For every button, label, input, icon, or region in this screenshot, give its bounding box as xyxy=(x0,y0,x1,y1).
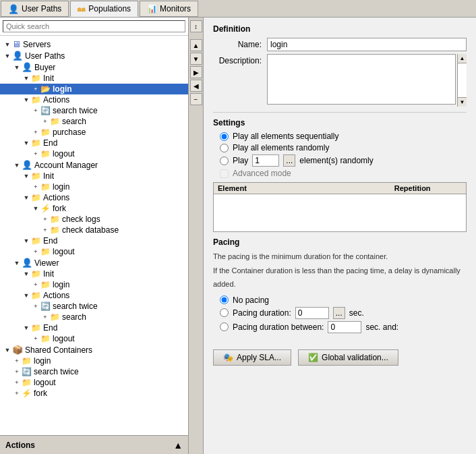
tree-node-acct-logout[interactable]: + 📁 logout xyxy=(0,246,188,257)
tree-node-purchase[interactable]: + 📁 purchase xyxy=(0,127,188,138)
expand-shared-fork[interactable]: + xyxy=(12,389,22,398)
tree-node-acct-init[interactable]: ▼ 📁 Init xyxy=(0,171,188,181)
tree-node-viewer-search[interactable]: + 📁 search xyxy=(0,312,188,322)
tree-node-account-manager[interactable]: ▼ 👤 Account Manager xyxy=(0,159,188,171)
expand-acct-init[interactable]: ▼ xyxy=(22,171,31,181)
tree-node-viewer-end[interactable]: ▼ 📁 End xyxy=(0,322,188,333)
tree-node-viewer-actions[interactable]: ▼ 📁 Actions xyxy=(0,290,188,301)
tab-populations[interactable]: 🏘 Populations xyxy=(70,1,138,17)
expand-viewer-search[interactable]: + xyxy=(40,312,50,322)
search-input[interactable] xyxy=(3,20,185,32)
expand-acct-end[interactable]: ▼ xyxy=(22,236,31,246)
tree-node-servers[interactable]: ▼ 🖥 Servers xyxy=(0,38,188,50)
nav-right-btn[interactable]: ▶ xyxy=(190,66,202,78)
expand-acct-actions[interactable]: ▼ xyxy=(22,193,31,202)
expand-viewer[interactable]: ▼ xyxy=(12,258,22,268)
play-seq-radio[interactable] xyxy=(220,132,229,141)
tree-node-shared-search-twice[interactable]: + 🔄 search twice xyxy=(0,366,188,377)
fork-label: fork xyxy=(53,204,66,213)
expand-viewer-st[interactable]: + xyxy=(31,302,40,311)
tree-node-acct-actions[interactable]: ▼ 📁 Actions xyxy=(0,192,188,203)
name-input[interactable] xyxy=(267,38,467,51)
tab-user-paths[interactable]: 👤 User Paths xyxy=(1,1,69,17)
pacing-dotdot-btn[interactable]: ... xyxy=(333,307,345,319)
global-validation-button[interactable]: ✅ Global validation... xyxy=(298,349,398,366)
tree-node-viewer-init[interactable]: ▼ 📁 Init xyxy=(0,268,188,279)
nav-up-btn[interactable]: ▲ xyxy=(190,39,202,51)
expand-fork[interactable]: ▼ xyxy=(31,204,40,213)
expand-buyer-logout[interactable]: + xyxy=(31,149,40,159)
expand-buyer[interactable]: ▼ xyxy=(12,63,22,72)
tree-node-buyer[interactable]: ▼ 👤 Buyer xyxy=(0,61,188,73)
scroll-down-btn[interactable]: ▼ xyxy=(458,97,467,107)
tree-node-shared-login[interactable]: + 📁 login xyxy=(0,356,188,366)
tree-node-buyer-init[interactable]: ▼ 📁 Init xyxy=(0,73,188,84)
expand-acct-logout[interactable]: + xyxy=(31,247,40,256)
expand-check-database[interactable]: + xyxy=(40,225,50,235)
tree-node-buyer-end[interactable]: ▼ 📁 End xyxy=(0,138,188,148)
expand-shared-logout[interactable]: + xyxy=(12,378,22,387)
tree-node-viewer-logout[interactable]: + 📁 logout xyxy=(0,333,188,344)
tree-node-search-twice[interactable]: + 🔄 search twice xyxy=(0,105,188,116)
expand-acct-login[interactable]: + xyxy=(31,182,40,192)
tree-node-viewer[interactable]: ▼ 👤 Viewer xyxy=(0,257,188,268)
nav-minus-btn[interactable]: − xyxy=(190,93,202,105)
tree-node-check-database[interactable]: + 📁 check database xyxy=(0,225,188,235)
expand-servers[interactable]: ▼ xyxy=(3,40,12,49)
expand-login[interactable]: + xyxy=(31,84,40,94)
expand-buyer-end[interactable]: ▼ xyxy=(22,138,31,148)
expand-viewer-actions[interactable]: ▼ xyxy=(22,291,31,300)
purchase-icon: 📁 xyxy=(40,127,51,137)
tree-node-shared-fork[interactable]: + ⚡ fork xyxy=(0,388,188,399)
buyer-end-icon: 📁 xyxy=(31,138,41,148)
tree-node-buyer-actions[interactable]: ▼ 📁 Actions xyxy=(0,94,188,105)
nav-left-btn[interactable]: ◀ xyxy=(190,80,202,92)
pacing-between-radio[interactable] xyxy=(220,322,229,331)
desc-textarea[interactable] xyxy=(267,54,456,105)
tree-node-login[interactable]: + 📂 login xyxy=(0,84,188,94)
expand-shared[interactable]: ▼ xyxy=(3,345,12,355)
expand-account-manager[interactable]: ▼ xyxy=(12,161,22,170)
play-rand-radio[interactable] xyxy=(220,144,229,152)
expand-search[interactable]: + xyxy=(40,117,50,126)
expand-viewer-logout[interactable]: + xyxy=(31,334,40,343)
nav-cursor-btn[interactable]: ↕ xyxy=(190,20,202,32)
tab-monitors[interactable]: 📊 Monitors xyxy=(140,1,198,17)
expand-purchase[interactable]: + xyxy=(31,127,40,137)
expand-user-paths[interactable]: ▼ xyxy=(3,51,12,61)
expand-check-logs[interactable]: + xyxy=(40,215,50,224)
pacing-between-suffix: sec. and: xyxy=(365,322,398,332)
tree-node-fork[interactable]: ▼ ⚡ fork xyxy=(0,203,188,214)
tree-node-acct-login[interactable]: + 📁 login xyxy=(0,181,188,192)
tree-node-user-paths[interactable]: ▼ 👤 User Paths xyxy=(0,50,188,61)
expand-search-twice[interactable]: + xyxy=(31,106,40,115)
tree-node-shared-logout[interactable]: + 📁 logout xyxy=(0,377,188,388)
expand-shared-login[interactable]: + xyxy=(12,356,22,366)
tree-node-buyer-logout[interactable]: + 📁 logout xyxy=(0,148,188,159)
tree-node-viewer-search-twice[interactable]: + 🔄 search twice xyxy=(0,301,188,312)
scroll-up-btn[interactable]: ▲ xyxy=(458,54,467,63)
buyer-init-icon: 📁 xyxy=(31,74,41,83)
pacing-duration-input[interactable] xyxy=(295,307,329,319)
expand-viewer-end[interactable]: ▼ xyxy=(22,323,31,333)
tree-node-viewer-login[interactable]: + 📁 login xyxy=(0,279,188,290)
nav-down-btn[interactable]: ▼ xyxy=(190,53,202,65)
expand-buyer-actions[interactable]: ▼ xyxy=(22,95,31,105)
expand-buyer-init[interactable]: ▼ xyxy=(22,74,31,83)
expand-shared-st[interactable]: + xyxy=(12,367,22,376)
pacing-duration-radio[interactable] xyxy=(220,308,229,317)
tree-node-search[interactable]: + 📁 search xyxy=(0,116,188,127)
tree-node-shared[interactable]: ▼ 📦 Shared Containers xyxy=(0,344,188,356)
bottom-expand-button[interactable]: ▲ xyxy=(173,440,183,451)
no-pacing-radio[interactable] xyxy=(220,295,229,304)
expand-viewer-login[interactable]: + xyxy=(31,280,40,289)
advanced-mode-checkbox[interactable] xyxy=(220,169,229,178)
dotdot-btn[interactable]: ... xyxy=(283,154,295,167)
tree-node-check-logs[interactable]: + 📁 check logs xyxy=(0,214,188,225)
tree-node-acct-end[interactable]: ▼ 📁 End xyxy=(0,235,188,246)
expand-viewer-init[interactable]: ▼ xyxy=(22,269,31,279)
play-n-radio[interactable] xyxy=(220,157,229,165)
apply-sla-button[interactable]: 🎭 Apply SLA... xyxy=(213,349,291,366)
play-n-input[interactable] xyxy=(252,154,279,167)
pacing-between-input[interactable] xyxy=(328,321,361,333)
